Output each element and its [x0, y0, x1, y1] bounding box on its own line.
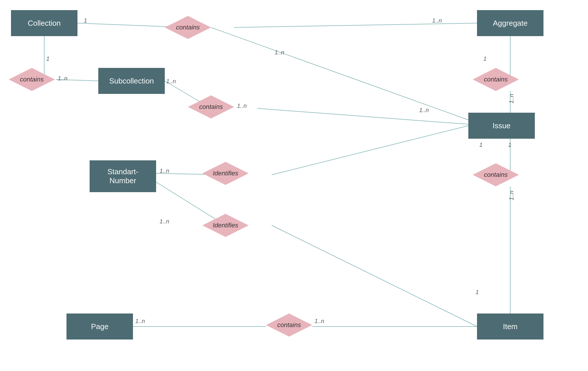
- er-diagram: Collection Aggregate Subcollection Issue…: [0, 0, 588, 371]
- mult-std-identifies-top: 1..n: [160, 168, 169, 174]
- entity-aggregate: Aggregate: [477, 10, 543, 36]
- mult-contains-sub-issue: 1..n: [237, 103, 247, 109]
- entity-subcollection: Subcollection: [98, 68, 165, 94]
- mult-contains-issue-right: 1: [508, 142, 511, 148]
- entity-item: Item: [477, 314, 543, 340]
- mult-sub-contains-sub: 1..n: [166, 78, 176, 85]
- diamond-identifies-top: Identifies: [202, 162, 249, 185]
- svg-line-12: [272, 126, 468, 175]
- mult-collection-contains-top: 1: [84, 17, 87, 24]
- mult-collection-contains-left: 1: [46, 55, 49, 62]
- diamond-contains-left: contains: [9, 68, 55, 91]
- mult-contains-left-sub: 1..n: [58, 75, 67, 82]
- svg-line-5: [211, 27, 468, 120]
- entity-standart-number: Standart- Number: [90, 160, 156, 192]
- mult-std-identifies-bot: 1..n: [160, 218, 169, 225]
- entity-issue: Issue: [468, 113, 535, 139]
- diamond-contains-page: contains: [266, 314, 312, 337]
- mult-contains-top-aggregate: 1..n: [432, 17, 442, 24]
- mult-identifies-item: 1: [476, 289, 479, 296]
- diamond-contains-sub: contains: [188, 95, 234, 118]
- svg-line-6: [257, 108, 468, 124]
- mult-contains-item: 1..n: [315, 318, 324, 324]
- diamond-contains-top: contains: [165, 16, 211, 39]
- mult-contains-agg-issue: 1..n: [508, 94, 515, 103]
- diamond-contains-issue: contains: [473, 163, 519, 186]
- entity-collection: Collection: [11, 10, 77, 36]
- mult-sub-issue-right: 1..n: [419, 107, 429, 114]
- entity-page: Page: [66, 314, 133, 340]
- mult-contains-top-diagonal: 1..n: [275, 49, 284, 56]
- diamond-identifies-bot: Identifies: [202, 214, 249, 237]
- svg-line-14: [272, 225, 477, 327]
- diamond-contains-agg: contains: [473, 68, 519, 91]
- mult-contains-issue-item: 1..n: [508, 191, 515, 200]
- mult-issue-contains-issue: 1: [479, 142, 482, 148]
- mult-agg-contains-agg: 1: [483, 55, 487, 62]
- mult-page-contains: 1..n: [135, 318, 145, 324]
